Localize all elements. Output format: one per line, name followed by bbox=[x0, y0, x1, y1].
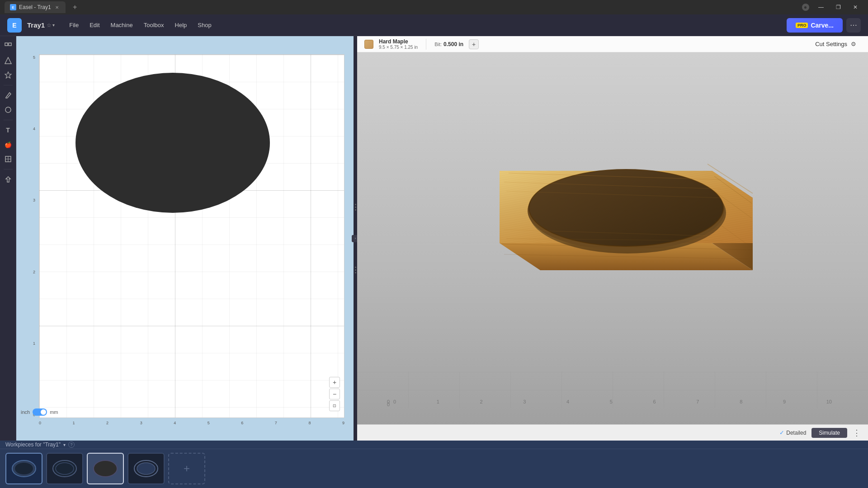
pen-tool-button[interactable] bbox=[2, 89, 14, 102]
zoom-fit-button[interactable]: ⊡ bbox=[329, 400, 340, 411]
canvas-area[interactable]: 0 1 2 3 4 5 0 1 2 3 4 5 6 bbox=[16, 36, 354, 441]
svg-point-15 bbox=[94, 460, 117, 477]
close-window-button[interactable]: ✕ bbox=[847, 1, 863, 14]
app-logo: E bbox=[7, 18, 22, 33]
add-bit-button[interactable]: + bbox=[469, 39, 479, 49]
menu-help[interactable]: Help bbox=[170, 19, 193, 31]
preview-bottom-controls: ✓ Detailed Simulate ⋮ bbox=[357, 424, 868, 441]
cut-settings-label: Cut Settings bbox=[815, 41, 847, 47]
material-size: 9.5 × 5.75 × 1.25 in bbox=[379, 45, 418, 50]
workpieces-dropdown-icon[interactable]: ▾ bbox=[63, 442, 66, 447]
workpieces-list: + bbox=[0, 449, 868, 488]
x-label-1: 1 bbox=[73, 421, 75, 425]
oval-ellipse[interactable] bbox=[75, 73, 270, 213]
y-label-2: 2 bbox=[33, 270, 35, 274]
thumb-2-svg bbox=[50, 457, 79, 480]
workpiece-thumb-4[interactable] bbox=[127, 453, 165, 484]
carve-button[interactable]: PRO Carve... bbox=[787, 18, 843, 33]
zoom-in-button[interactable]: + bbox=[329, 377, 340, 388]
project-title: Tray1 bbox=[27, 21, 45, 29]
origin-label: 0 bbox=[387, 402, 390, 407]
gear-icon: ⚙ bbox=[850, 41, 857, 48]
workpieces-header: Workpieces for "Tray1" ▾ ? bbox=[0, 441, 868, 449]
image-tool-button[interactable]: 🍎 bbox=[2, 138, 14, 151]
zoom-out-button[interactable]: − bbox=[329, 389, 340, 399]
bit-value: 0.500 in bbox=[443, 41, 463, 47]
star-icon[interactable]: ☆ bbox=[47, 22, 52, 28]
oval-shape-container[interactable] bbox=[66, 64, 279, 217]
svg-rect-0 bbox=[5, 43, 8, 46]
menu-edit[interactable]: Edit bbox=[84, 19, 105, 31]
menu-machine[interactable]: Machine bbox=[105, 19, 138, 31]
pro-badge: PRO bbox=[796, 23, 808, 28]
simulate-button[interactable]: Simulate bbox=[811, 428, 847, 438]
menu-shop[interactable]: Shop bbox=[192, 19, 217, 31]
panel-divider[interactable]: › bbox=[354, 36, 357, 441]
unit-toggle-switch[interactable] bbox=[33, 408, 47, 416]
menu-file[interactable]: File bbox=[64, 19, 84, 31]
divider-dot-6 bbox=[355, 272, 356, 273]
zoom-controls: + − ⊡ bbox=[329, 377, 340, 411]
minimize-button[interactable]: — bbox=[813, 1, 829, 14]
x-label-9: 9 bbox=[342, 421, 344, 425]
menu-toolbox[interactable]: Toolbox bbox=[138, 19, 170, 31]
workpiece-thumb-1[interactable] bbox=[5, 453, 42, 484]
circle-tool-button[interactable] bbox=[2, 103, 14, 116]
thumb-3-svg bbox=[91, 457, 120, 480]
check-icon: ✓ bbox=[779, 429, 784, 436]
detailed-toggle[interactable]: ✓ Detailed bbox=[779, 429, 806, 436]
material-swatch bbox=[364, 40, 373, 49]
y-label-4: 4 bbox=[33, 127, 35, 131]
new-tab-button[interactable]: + bbox=[69, 1, 81, 13]
restore-button[interactable]: ❐ bbox=[830, 1, 846, 14]
toolbar-divider-1 bbox=[4, 85, 13, 85]
canvas-grid[interactable] bbox=[39, 54, 344, 418]
more-button[interactable]: ⋯ bbox=[846, 18, 861, 33]
shape-tool-button[interactable] bbox=[2, 54, 14, 67]
bit-label: Bit: bbox=[434, 42, 442, 47]
import-tool-button[interactable] bbox=[2, 173, 14, 186]
unit-inch-label: inch bbox=[21, 409, 30, 415]
oval-svg[interactable] bbox=[66, 64, 279, 217]
thumb-4-svg bbox=[132, 457, 160, 480]
add-workpiece-button[interactable]: + bbox=[168, 453, 205, 484]
cut-settings-button[interactable]: Cut Settings ⚙ bbox=[811, 39, 861, 50]
header-divider-1 bbox=[426, 39, 426, 50]
more-vert-icon[interactable]: ⋮ bbox=[853, 428, 861, 438]
carve-label: Carve... bbox=[811, 22, 834, 29]
star-tool-button[interactable] bbox=[2, 69, 14, 81]
x-axis-3d: 0 1 2 3 4 5 6 7 8 9 10 bbox=[393, 399, 832, 404]
window-controls: — ❐ ✕ bbox=[813, 1, 863, 14]
x-label-3: 3 bbox=[140, 421, 142, 425]
x-label-2: 2 bbox=[106, 421, 108, 425]
x-label-6: 6 bbox=[241, 421, 243, 425]
select-tool-button[interactable] bbox=[2, 40, 14, 52]
browser-tab[interactable]: E Easel - Tray1 ✕ bbox=[5, 1, 66, 13]
workpieces-panel: Workpieces for "Tray1" ▾ ? bbox=[0, 441, 868, 488]
cavity-floor bbox=[529, 169, 723, 246]
tab-favicon: E bbox=[10, 4, 16, 10]
text-tool-button[interactable]: T bbox=[2, 124, 14, 136]
record-indicator: ⏺ bbox=[802, 4, 809, 11]
workpieces-help-button[interactable]: ? bbox=[68, 441, 75, 448]
left-toolbar: T 🍎 bbox=[0, 36, 16, 441]
x-label-4: 4 bbox=[174, 421, 176, 425]
toggle-knob bbox=[41, 409, 46, 415]
tab-title: Easel - Tray1 bbox=[19, 4, 51, 10]
box-tool-button[interactable] bbox=[2, 153, 14, 165]
svg-marker-2 bbox=[5, 57, 11, 64]
divider-dot-3 bbox=[355, 209, 356, 211]
workpiece-thumb-2[interactable] bbox=[46, 453, 83, 484]
workpieces-label: Workpieces for "Tray1" bbox=[5, 441, 61, 448]
add-workpiece-icon: + bbox=[184, 462, 190, 475]
project-dropdown-icon[interactable]: ▾ bbox=[52, 23, 55, 28]
y-label-1: 1 bbox=[33, 341, 35, 346]
toolbar-divider-3 bbox=[4, 169, 13, 169]
workpiece-thumb-3[interactable] bbox=[87, 453, 124, 484]
preview-3d[interactable]: 0 1 2 3 4 5 6 7 8 9 10 0 bbox=[357, 52, 868, 424]
close-tab-button[interactable]: ✕ bbox=[54, 4, 60, 10]
x-label-8: 8 bbox=[308, 421, 311, 425]
svg-rect-1 bbox=[9, 43, 11, 46]
titlebar: E Easel - Tray1 ✕ + ⏺ — ❐ ✕ bbox=[0, 0, 868, 14]
y-label-5: 5 bbox=[33, 55, 35, 60]
